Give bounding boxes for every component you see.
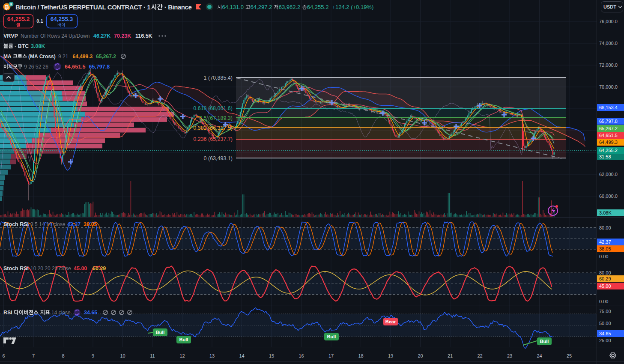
svg-text:1 (70,885.4): 1 (70,885.4) (204, 75, 233, 81)
svg-text:RSI: RSI (3, 310, 12, 316)
svg-text:Number Of Rows 24 Up/Down: Number Of Rows 24 Up/Down (21, 33, 90, 39)
svg-text:3.08K: 3.08K (599, 210, 612, 215)
svg-text:46.27K: 46.27K (93, 33, 110, 39)
svg-text:50.00: 50.00 (599, 321, 611, 326)
svg-text:0.236 (65,237.7): 0.236 (65,237.7) (193, 136, 233, 142)
svg-text:65,267.2: 65,267.2 (96, 54, 116, 60)
svg-text:8: 8 (62, 353, 64, 358)
svg-text:11: 11 (150, 353, 155, 358)
svg-text:80.00: 80.00 (599, 225, 611, 230)
svg-text:0 (63,493.1): 0 (63,493.1) (204, 155, 233, 161)
svg-text:16: 16 (299, 353, 304, 358)
svg-text:Stoch RSI: Stoch RSI (3, 266, 29, 272)
svg-text:65,797.8: 65,797.8 (599, 119, 618, 124)
svg-text:65,797.8: 65,797.8 (89, 64, 110, 70)
svg-text:0.1: 0.1 (36, 18, 43, 24)
svg-text:72,000.0: 72,000.0 (599, 63, 618, 68)
svg-text:18: 18 (358, 353, 363, 358)
svg-text:38.05: 38.05 (84, 221, 97, 227)
svg-text:65,267.2: 65,267.2 (599, 126, 618, 131)
svg-text:21: 21 (448, 353, 453, 358)
svg-text:13: 13 (209, 353, 215, 358)
svg-text:Bull: Bull (540, 339, 549, 344)
svg-text:Bull: Bull (327, 334, 336, 339)
svg-text:42,37: 42,37 (67, 221, 81, 227)
svg-text:64,297.2: 64,297.2 (251, 4, 272, 10)
svg-text:64,255.3: 64,255.3 (51, 16, 73, 22)
svg-text:₿: ₿ (5, 4, 9, 10)
svg-text:10: 10 (120, 353, 125, 358)
svg-text:0.618 (68,061.6): 0.618 (68,061.6) (193, 105, 233, 111)
svg-text:MA: MA (3, 54, 12, 60)
svg-text:3.08K: 3.08K (31, 43, 45, 49)
svg-text:14: 14 (239, 353, 244, 358)
svg-text:60.29: 60.29 (93, 266, 106, 272)
svg-text:70,000.0: 70,000.0 (599, 84, 618, 90)
svg-text:14 close: 14 close (51, 310, 71, 316)
svg-text:9 26 52 26: 9 26 52 26 (24, 64, 48, 70)
svg-text:0.382 (66,317.5): 0.382 (66,317.5) (193, 125, 233, 131)
svg-text:45.00: 45.00 (599, 283, 611, 289)
svg-text:0.00: 0.00 (599, 254, 608, 259)
svg-text:76,000.0: 76,000.0 (599, 19, 618, 24)
svg-text:23: 23 (507, 353, 512, 358)
svg-text:20: 20 (418, 353, 423, 358)
svg-text:64,499.3: 64,499.3 (72, 54, 93, 60)
svg-text:9: 9 (92, 353, 94, 358)
svg-text:22: 22 (477, 353, 482, 358)
svg-text:Stoch RSI: Stoch RSI (3, 221, 29, 227)
svg-text:7: 7 (32, 353, 35, 358)
svg-text:(MA Cross): (MA Cross) (28, 54, 56, 60)
svg-text:· Binance: · Binance (163, 3, 191, 11)
svg-text:VRVP: VRVP (3, 33, 18, 39)
svg-text:+124.2 (+0.19%): +124.2 (+0.19%) (332, 4, 373, 10)
svg-text:0.00: 0.00 (599, 299, 608, 304)
svg-text:64,499.3: 64,499.3 (599, 140, 618, 145)
svg-text:60.29: 60.29 (599, 276, 611, 281)
svg-text:64,651.5: 64,651.5 (599, 133, 618, 138)
svg-text:31:58: 31:58 (599, 154, 611, 159)
svg-text:10 20 20 20 close: 10 20 20 20 close (30, 266, 71, 272)
svg-text:12: 12 (179, 353, 185, 358)
svg-text:60,000.0: 60,000.0 (599, 194, 618, 199)
svg-text:64,651.5: 64,651.5 (65, 64, 86, 70)
svg-text:Bitcoin / TetherUS PERPETUAL C: Bitcoin / TetherUS PERPETUAL CONTRACT · … (15, 3, 150, 11)
svg-text:64,255.2: 64,255.2 (307, 4, 329, 10)
svg-text:· BTC: · BTC (15, 43, 29, 49)
svg-text:75.00: 75.00 (599, 309, 611, 314)
svg-text:25: 25 (567, 353, 572, 358)
svg-text:3 5 14 14 close: 3 5 14 14 close (30, 221, 66, 227)
svg-text:38.05: 38.05 (599, 246, 611, 251)
svg-text:74,000.0: 74,000.0 (599, 41, 618, 46)
svg-text:19: 19 (388, 353, 393, 358)
svg-text:9 21: 9 21 (58, 54, 69, 60)
svg-text:17: 17 (328, 353, 334, 358)
svg-text:Bull: Bull (156, 330, 165, 335)
svg-text:USDT: USDT (603, 4, 616, 9)
svg-text:Bull: Bull (179, 337, 188, 342)
svg-text:42.37: 42.37 (599, 239, 611, 245)
svg-text:24: 24 (537, 353, 542, 358)
svg-text:Bear: Bear (385, 319, 396, 324)
svg-text:34.65: 34.65 (599, 331, 611, 336)
svg-text:64,255.2: 64,255.2 (599, 148, 618, 153)
svg-text:0.5 (67,189.3): 0.5 (67,189.3) (199, 115, 233, 121)
svg-text:25.00: 25.00 (599, 338, 611, 343)
svg-text:63,962.2: 63,962.2 (279, 4, 301, 10)
svg-text:15: 15 (269, 353, 274, 358)
svg-text:₮: ₮ (10, 3, 12, 6)
svg-text:68,153.4: 68,153.4 (599, 105, 618, 110)
svg-text:80.00: 80.00 (599, 270, 611, 275)
svg-text:70.23K: 70.23K (114, 33, 131, 39)
svg-text:64,131.0: 64,131.0 (222, 4, 244, 10)
svg-text:34.65: 34.65 (84, 310, 97, 316)
svg-text:6: 6 (2, 353, 5, 358)
svg-text:62,000.0: 62,000.0 (599, 172, 618, 177)
svg-text:64,255.2: 64,255.2 (7, 16, 30, 22)
svg-text:116.5K: 116.5K (135, 33, 152, 39)
svg-text:45.00: 45.00 (74, 266, 87, 272)
